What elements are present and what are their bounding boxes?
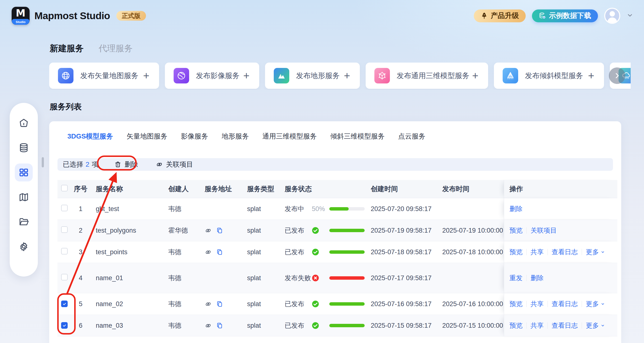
link-icon[interactable] (205, 249, 212, 256)
check-circle-icon (312, 322, 319, 329)
product-upgrade-button[interactable]: 产品升级 (474, 10, 526, 22)
link-icon[interactable] (205, 322, 212, 329)
row-checkbox[interactable] (61, 274, 68, 280)
sidebar-item-home[interactable] (15, 114, 33, 132)
action-view-logs[interactable]: 查看日志 (552, 299, 578, 308)
progress-percent: 50% (312, 205, 325, 213)
status-text: 已发布 (285, 248, 312, 256)
row-checkbox[interactable] (61, 248, 68, 254)
publish-card[interactable]: 发布地形服务 + (265, 63, 360, 89)
service-name: test_polygons (88, 227, 165, 234)
copy-icon[interactable] (216, 300, 223, 307)
publish-card[interactable]: 发布通用三维模型服务 + (366, 63, 488, 89)
link-icon[interactable] (205, 227, 212, 234)
action-separator (526, 322, 527, 329)
plus-icon[interactable]: + (143, 70, 149, 81)
row-checkbox[interactable] (61, 300, 68, 307)
action-more[interactable]: 更多 (586, 321, 605, 330)
link-project-button[interactable]: 关联项目 (156, 160, 193, 169)
action-view-logs[interactable]: 查看日志 (552, 248, 578, 256)
apps-grid-icon (18, 167, 29, 178)
action-share[interactable]: 共享 (530, 248, 544, 256)
avatar-person-icon (605, 9, 619, 23)
service-table: 序号 服务名称 创建人 服务地址 服务类型 服务状态 创建时间 发布时间 操作 … (58, 180, 617, 336)
delete-button[interactable]: 删除 (114, 160, 138, 169)
plus-icon[interactable]: + (243, 70, 250, 81)
row-checkbox[interactable] (61, 322, 68, 329)
action-share[interactable]: 共享 (530, 321, 544, 330)
progress-bar (329, 207, 365, 211)
tab-new-service[interactable]: 新建服务 (50, 43, 84, 54)
carousel-next-button[interactable] (609, 68, 625, 84)
service-tab-5[interactable]: 倾斜三维模型服务 (330, 132, 384, 141)
action-separator (526, 275, 527, 281)
service-tab-2[interactable]: 影像服务 (181, 132, 208, 141)
app-logo[interactable]: M Studio (12, 7, 30, 25)
row-num: 1 (73, 205, 88, 213)
publish-card[interactable]: 发布倾斜模型服务 + (494, 63, 604, 89)
action-preview[interactable]: 预览 (510, 248, 522, 256)
database-icon (18, 142, 29, 153)
action-link-project[interactable]: 关联项目 (530, 226, 557, 235)
sidebar-item-apps-grid[interactable] (15, 164, 33, 181)
action-delete[interactable]: 删除 (510, 204, 522, 213)
action-separator (548, 249, 548, 255)
service-address (201, 249, 244, 256)
chevron-down-icon[interactable] (626, 12, 633, 20)
plus-icon[interactable]: + (344, 70, 350, 81)
service-type: splat (244, 300, 281, 308)
action-delete[interactable]: 删除 (530, 274, 544, 282)
service-type-tabs: 3DGS模型服务矢量地图服务影像服务地形服务通用三维模型服务倾斜三维模型服务点云… (68, 132, 621, 141)
select-all-checkbox[interactable] (61, 185, 68, 191)
publish-card[interactable]: 发布影像服务 + (165, 63, 259, 89)
action-more[interactable]: 更多 (586, 299, 605, 308)
service-tab-6[interactable]: 点云服务 (398, 132, 425, 141)
action-preview[interactable]: 预览 (510, 299, 522, 308)
publish-card[interactable]: 发布矢量地图服务 + (49, 63, 159, 89)
plus-icon[interactable]: + (472, 70, 478, 81)
row-checkbox[interactable] (61, 226, 68, 233)
copy-icon[interactable] (216, 249, 223, 256)
sidebar-item-map[interactable] (15, 188, 33, 206)
service-tab-1[interactable]: 矢量地图服务 (126, 132, 167, 141)
action-share[interactable]: 共享 (530, 299, 544, 308)
link-icon[interactable] (205, 300, 212, 307)
table-row: 5name_02韦德splat已发布2025-07-16 09:58:17202… (58, 293, 617, 315)
publish-card-label: 发布倾斜模型服务 (525, 71, 588, 81)
tab-proxy-service[interactable]: 代理服务 (99, 43, 133, 54)
sample-data-download-button[interactable]: 示例数据下载 (532, 10, 598, 22)
plus-icon[interactable]: + (588, 70, 594, 81)
service-tab-4[interactable]: 通用三维模型服务 (262, 132, 317, 141)
sidebar-item-database[interactable] (15, 139, 33, 157)
col-header-actions: 操作 (504, 180, 617, 198)
row-actions: 预览共享查看日志更多 (504, 241, 617, 263)
scrollbar-thumb[interactable] (42, 157, 44, 167)
sidebar-item-settings-gear[interactable] (15, 238, 33, 256)
sidebar-item-folder[interactable] (15, 213, 33, 231)
row-checkbox[interactable] (61, 205, 68, 211)
service-status: 已发布 (281, 248, 367, 256)
row-actions: 预览共享查看日志更多 (504, 293, 617, 315)
table-row: 1gbt_test韦德splat发布中50%2025-07-20 09:58:1… (58, 198, 617, 220)
action-separator (548, 301, 548, 307)
logo-studio-label: Studio (12, 19, 30, 25)
service-tab-0[interactable]: 3DGS模型服务 (68, 132, 113, 141)
copy-icon[interactable] (216, 227, 223, 234)
delete-button-label: 删除 (125, 160, 138, 169)
service-tab-3[interactable]: 地形服务 (222, 132, 249, 141)
selected-count: 2 (86, 161, 90, 168)
action-more[interactable]: 更多 (586, 248, 605, 256)
row-actions: 预览关联项目 (504, 220, 617, 241)
action-view-logs[interactable]: 查看日志 (552, 321, 578, 330)
section-title: 服务列表 (50, 101, 82, 112)
user-avatar[interactable] (604, 8, 620, 24)
col-header-status: 服务状态 (281, 184, 367, 194)
table-row: 6name_03韦德splat已发布2025-07-15 09:58:17202… (58, 315, 617, 336)
row-num: 3 (73, 248, 88, 256)
action-republish[interactable]: 重发 (510, 274, 522, 282)
action-preview[interactable]: 预览 (510, 226, 522, 235)
copy-icon[interactable] (216, 322, 223, 329)
table-row: 4name_01韦德splat发布失败2025-07-17 09:58:17重发… (58, 263, 617, 293)
action-preview[interactable]: 预览 (510, 321, 522, 330)
sample-data-download-label: 示例数据下载 (549, 11, 591, 21)
